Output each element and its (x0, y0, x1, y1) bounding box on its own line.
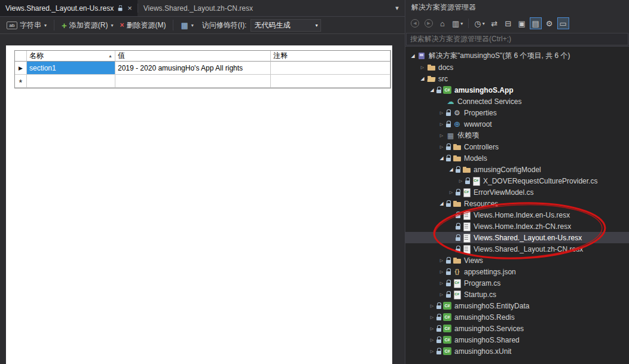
column-header-name[interactable]: 名称 ▲ (27, 51, 115, 62)
access-modifier-select[interactable]: 无代码生成 ▾ (251, 19, 321, 32)
forward-icon-glyph: ▶ (425, 19, 433, 27)
collapsed-arrow-icon[interactable]: ▷ (447, 190, 455, 195)
tree-item[interactable]: ▷ Properties (405, 107, 629, 118)
pending-changes-filter-icon[interactable]: ◷▾ (472, 17, 486, 29)
tree-item[interactable]: ◢ amusingConfigModel (405, 164, 629, 175)
delete-resource-button[interactable]: × 删除资源(M) (118, 19, 167, 32)
column-header-value[interactable]: 值 (115, 51, 271, 62)
tree-item[interactable]: ▷ 依赖项 (405, 130, 629, 141)
expanded-arrow-icon[interactable]: ◢ (438, 201, 445, 206)
chevron-down-icon: ▾ (111, 23, 113, 28)
close-icon[interactable]: × (127, 4, 132, 12)
collapsed-arrow-icon[interactable]: ▷ (438, 111, 445, 115)
expanded-arrow-icon[interactable]: ◢ (419, 76, 426, 81)
tree-item[interactable]: Views.Home.Index.en-Us.resx (405, 209, 629, 221)
collapsed-arrow-icon[interactable]: ▷ (457, 179, 465, 183)
back-icon[interactable]: ◀ (409, 17, 421, 29)
tree-item[interactable]: ◢ src (405, 73, 629, 84)
collapsed-arrow-icon[interactable]: ▷ (428, 326, 436, 331)
tab-views-shared-layout-zh-cn[interactable]: Views.Shared._Layout.zh-CN.resx (138, 0, 258, 16)
collapsed-arrow-icon[interactable]: ▷ (419, 65, 426, 70)
lock-icon (445, 200, 452, 207)
column-header-comment[interactable]: 注释 (271, 51, 390, 62)
expanded-arrow-icon[interactable]: ◢ (409, 53, 417, 59)
wrench-icon[interactable]: ⚙ (543, 17, 555, 29)
collapsed-arrow-icon[interactable]: ▷ (438, 145, 445, 149)
home-icon[interactable]: ⌂ (436, 17, 448, 29)
tree-item[interactable]: ▷ appsettings.json (405, 266, 629, 277)
solution-search-input[interactable]: 搜索解决方案资源管理器(Ctrl+;) (406, 33, 628, 45)
collapsed-arrow-icon[interactable]: ▷ (428, 338, 436, 342)
lock-icon (445, 268, 452, 276)
tree-item[interactable]: ▷ wwwroot (405, 118, 629, 130)
expanded-arrow-icon[interactable]: ◢ (428, 87, 436, 93)
view-layout-dropdown[interactable]: ▦ ▾ (179, 20, 195, 30)
collapsed-arrow-icon[interactable]: ▷ (428, 304, 436, 308)
toolbar-separator (468, 19, 469, 28)
tree-item-label: docs (438, 63, 453, 72)
tree-item[interactable]: ◢ amusinghoS.App (405, 84, 629, 96)
tree-item[interactable]: Views.Shared._Layout.zh-CN.resx (405, 243, 629, 255)
collapsed-arrow-icon[interactable]: ▷ (438, 292, 445, 297)
project-icon (442, 85, 453, 94)
string-type-icon: ab (7, 22, 17, 29)
access-modifier-value: 无代码生成 (254, 20, 290, 30)
tree-item[interactable]: ▷ X_DOVERequestCultureProvider.cs (405, 175, 629, 186)
tree-item[interactable]: ▷ amusinghoS.Redis (405, 311, 629, 323)
lock-icon (436, 302, 442, 310)
comment-cell[interactable] (271, 75, 390, 88)
value-cell[interactable] (115, 75, 271, 88)
collapsed-arrow-icon[interactable]: ▷ (438, 270, 445, 274)
add-resource-button[interactable]: + 添加资源(R) ▾ (60, 19, 115, 32)
lock-icon (455, 211, 462, 219)
collapse-all-icon-glyph: ⊟ (505, 19, 511, 28)
show-all-files-icon[interactable]: ▤ (530, 17, 542, 29)
tree-item[interactable]: ◢ 解决方案"amusinghoS"(第 6 个项目, 共 6 个) (405, 50, 629, 62)
lock-icon (455, 166, 462, 173)
tree-item[interactable]: Views.Home.Index.zh-CN.resx (405, 221, 629, 232)
collapsed-arrow-icon[interactable]: ▷ (438, 133, 445, 138)
document-list-icon[interactable]: ▾ (389, 0, 405, 16)
tree-item[interactable]: ▷ amusinghos.xUnit (405, 345, 629, 357)
tree-item[interactable]: ▷ docs (405, 62, 629, 73)
sync-with-active-document-icon[interactable]: ⇄ (488, 17, 500, 29)
tree-item[interactable]: Connected Services (405, 96, 629, 107)
tab-views-shared-layout-en-us[interactable]: Views.Shared._Layout.en-Us.resx × (0, 0, 138, 16)
resource-type-dropdown[interactable]: ab 字符串 ▾ (5, 19, 48, 32)
tree-item[interactable]: ▷ Startup.cs (405, 289, 629, 300)
properties-window-icon[interactable]: ▣ (516, 17, 528, 29)
solution-tree: ◢ 解决方案"amusinghoS"(第 6 个项目, 共 6 个) ▷ doc… (405, 47, 629, 364)
tree-item[interactable]: Views.Shared._Layout.en-Us.resx (405, 232, 629, 243)
tab-label: Views.Shared._Layout.en-Us.resx (5, 4, 114, 13)
collapsed-arrow-icon[interactable]: ▷ (428, 315, 436, 320)
name-cell-selected[interactable]: section1 (27, 62, 115, 75)
name-cell[interactable] (27, 75, 115, 88)
tree-item[interactable]: ▷ amusinghoS.EntityData (405, 300, 629, 311)
expanded-arrow-icon[interactable]: ◢ (447, 167, 455, 172)
expanded-arrow-icon[interactable]: ◢ (438, 155, 445, 161)
tree-item[interactable]: ▷ ErrorViewModel.cs (405, 186, 629, 198)
collapsed-arrow-icon[interactable]: ▷ (438, 281, 445, 286)
tree-item[interactable]: ▷ Controllers (405, 141, 629, 152)
comment-cell[interactable] (271, 62, 390, 75)
resx-icon (462, 210, 472, 219)
tree-item[interactable]: ◢ Models (405, 152, 629, 164)
filter-icon[interactable]: ▥▾ (450, 17, 465, 29)
preview-selected-items-icon-glyph: ▭ (560, 19, 567, 28)
collapsed-arrow-icon[interactable]: ▷ (428, 349, 436, 354)
collapsed-arrow-icon[interactable]: ▷ (438, 258, 445, 263)
tree-item[interactable]: ◢ Resources (405, 198, 629, 209)
tree-item-label: amusinghoS.EntityData (454, 302, 529, 310)
value-cell[interactable]: 2019 - 2020 amusingHo's App All rights (115, 62, 271, 75)
preview-selected-items-icon[interactable]: ▭ (557, 17, 569, 29)
tree-item-label: Views.Shared._Layout.en-Us.resx (474, 234, 582, 242)
tree-item[interactable]: ▷ amusinghoS.Services (405, 323, 629, 334)
tree-item[interactable]: ▷ amusinghoS.Shared (405, 334, 629, 345)
resource-grid: 名称 ▲ 值 注释 ▶ section1 2019 - 2020 amusing… (14, 50, 391, 88)
tree-item[interactable]: ▷ Views (405, 255, 629, 266)
collapse-all-icon[interactable]: ⊟ (502, 17, 514, 29)
forward-icon[interactable]: ▶ (423, 17, 435, 29)
collapsed-arrow-icon[interactable]: ▷ (438, 122, 445, 127)
project-icon (442, 313, 453, 322)
tree-item[interactable]: ▷ Program.cs (405, 277, 629, 289)
